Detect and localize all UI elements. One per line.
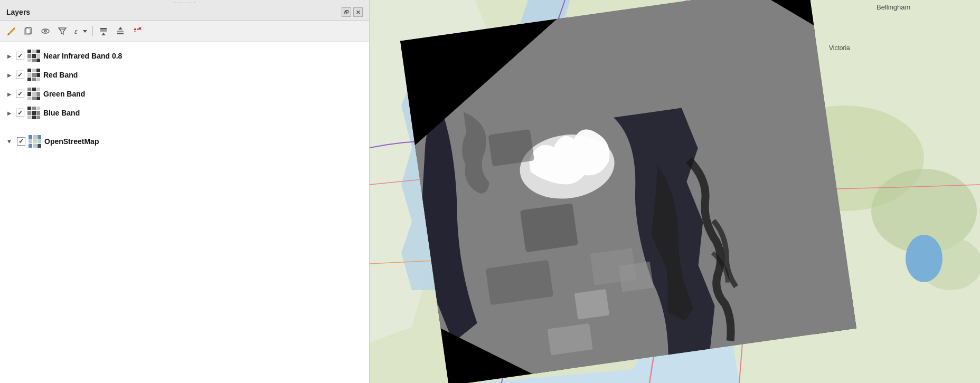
svg-marker-9 (83, 30, 87, 33)
window-controls: 🗗 ✕ (342, 7, 363, 17)
svg-rect-16 (134, 28, 136, 30)
svg-rect-41 (520, 203, 578, 252)
query-icon: ε (73, 27, 82, 35)
layer-item-blue-band[interactable]: ▶ Blue Band (0, 103, 369, 122)
layer-item-near-infrared[interactable]: ▶ Near Infrared Band 0.8 (0, 46, 369, 65)
group-header-osm[interactable]: ▼ OpenStreetMap (0, 131, 369, 152)
edit-button[interactable] (4, 24, 19, 39)
checkbox-osm[interactable] (17, 137, 25, 146)
checkbox-red-band[interactable] (16, 71, 24, 79)
copy-layers-button[interactable] (21, 24, 36, 39)
satellite-image-svg (400, 0, 856, 383)
expand-arrow-blue-band[interactable]: ▶ (6, 110, 13, 116)
move-up-button[interactable] (113, 24, 128, 39)
close-button[interactable]: ✕ (353, 7, 363, 17)
layer-icon-near-infrared (27, 50, 40, 62)
svg-rect-43 (574, 289, 609, 320)
layer-spacer (0, 122, 369, 131)
expand-arrow-near-infrared[interactable]: ▶ (6, 53, 13, 59)
svg-marker-12 (101, 33, 106, 35)
layer-item-green-band[interactable]: ▶ Green Band (0, 84, 369, 103)
checkbox-blue-band[interactable] (16, 109, 24, 117)
query-group[interactable]: ε (72, 26, 89, 36)
expand-arrow-green-band[interactable]: ▶ (6, 91, 13, 97)
restore-button[interactable]: 🗗 (342, 7, 351, 17)
layers-title-bar: Layers 🗗 ✕ (0, 4, 369, 21)
svg-marker-6 (59, 28, 66, 34)
svg-rect-11 (100, 30, 107, 32)
svg-text:ε: ε (74, 27, 78, 35)
svg-marker-13 (118, 27, 123, 30)
svg-point-28 (906, 235, 943, 282)
move-down-button[interactable] (96, 24, 111, 39)
svg-rect-46 (618, 262, 653, 292)
expand-arrow-red-band[interactable]: ▶ (6, 72, 13, 78)
layers-list: ▶ Near Infrared Band 0.8 ▶ Red Band ▶ (0, 42, 369, 383)
drag-dots: · · · · · · · · (174, 0, 196, 5)
layer-icon-osm (29, 135, 41, 148)
layer-name-near-infrared: Near Infrared Band 0.8 (43, 52, 122, 60)
map-panel[interactable]: Bellingham Victoria We Yakim (370, 0, 980, 383)
svg-rect-14 (117, 31, 124, 32)
svg-rect-40 (488, 129, 534, 167)
svg-text:Bellingham: Bellingham (877, 3, 910, 11)
layer-item-red-band[interactable]: ▶ Red Band (0, 65, 369, 84)
svg-rect-15 (117, 33, 124, 34)
layer-name-blue-band: Blue Band (43, 109, 80, 117)
satellite-overlay (400, 0, 856, 383)
expand-arrow-osm[interactable]: ▼ (6, 138, 14, 145)
svg-rect-17 (137, 28, 139, 30)
separator-1 (92, 26, 93, 36)
svg-text:Victoria: Victoria (829, 44, 850, 52)
svg-rect-18 (134, 31, 136, 32)
layers-panel: · · · · · · · · Layers 🗗 ✕ (0, 0, 370, 383)
panel-title: Layers (6, 8, 30, 16)
drag-handle-area: · · · · · · · · (0, 0, 369, 4)
layer-icon-red-band (27, 69, 40, 81)
visibility-button[interactable] (38, 24, 53, 39)
layer-icon-green-band (27, 88, 40, 100)
svg-point-5 (45, 31, 46, 32)
filter-button[interactable] (55, 24, 70, 39)
toolbar: ε (0, 21, 369, 42)
map-background: Bellingham Victoria We Yakim (370, 0, 980, 383)
layer-name-red-band: Red Band (43, 71, 78, 79)
remove-layer-button[interactable] (130, 24, 145, 39)
layer-name-green-band: Green Band (43, 90, 85, 98)
query-dropdown-arrow (82, 28, 88, 34)
checkbox-near-infrared[interactable] (16, 52, 24, 60)
svg-rect-10 (100, 28, 107, 30)
layer-icon-blue-band (27, 107, 40, 119)
layer-name-osm: OpenStreetMap (44, 137, 99, 146)
checkbox-green-band[interactable] (16, 90, 24, 98)
